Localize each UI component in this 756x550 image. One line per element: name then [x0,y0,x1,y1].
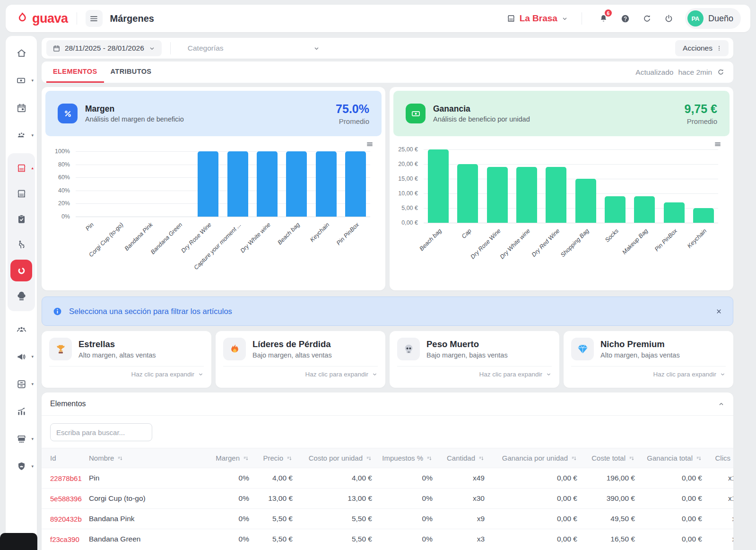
expand-toggle[interactable]: Haz clic para expandir [397,366,552,378]
column-header-ganancia-por-unidad[interactable]: Ganancia por unidad [488,448,581,468]
refresh-icon[interactable] [717,68,725,76]
table-cell: 5,50 € [296,509,376,529]
sidebar-item-shopper[interactable] [10,234,32,255]
categories-select[interactable]: Categorías [188,44,320,52]
sidebar-item-team[interactable]: ▾ [10,125,32,146]
date-range-picker[interactable]: 28/11/2025 - 28/01/2026 [46,40,162,56]
table-cell: x14 [706,489,733,509]
table-row[interactable]: 22878b61Pin0%4,00 €4,00 €0%x490,00 €196,… [42,468,733,489]
chart-menu-button[interactable] [713,140,722,148]
bar-socks[interactable] [605,196,626,223]
sidebar-item-store[interactable]: ▴ [10,157,32,178]
search-input[interactable] [50,423,152,441]
info-icon [52,306,62,316]
table-cell: 5,50 € [296,529,376,550]
item-id-link[interactable]: f23ca390 [42,529,85,550]
margin-subtitle: Análisis del margen de beneficio [85,115,184,123]
bar-capture-your-moment-[interactable] [227,151,248,217]
categories-placeholder: Categorías [188,44,224,52]
store-switcher[interactable]: La Brasa [506,13,568,24]
column-header-nombre[interactable]: Nombre [85,448,206,468]
actions-label: Acciones [683,44,713,52]
logout-button[interactable] [660,10,678,27]
expand-toggle[interactable]: Haz clic para expandir [571,366,726,378]
sidebar-item-pos[interactable]: ▾ [10,428,32,449]
user-menu[interactable]: PA Dueño [685,8,741,29]
tab-elementos[interactable]: ELEMENTOS [46,61,104,83]
column-header-impuestos-%[interactable]: Impuestos % [376,448,436,468]
bar-cap[interactable] [457,164,478,223]
bar-beach-bag[interactable] [286,151,307,217]
column-header-coste-total[interactable]: Coste total [581,448,639,468]
payments-icon [16,75,27,86]
expand-toggle[interactable]: Haz clic para expandir [49,366,204,378]
column-header-clics[interactable]: Clics [706,448,733,468]
bar-dry-rose-wine[interactable] [198,151,218,217]
collapse-section-button[interactable] [718,401,725,408]
notifications-button[interactable]: 6 [595,10,612,27]
refresh-button[interactable] [639,10,656,27]
expand-toggle[interactable]: Haz clic para expandir [223,366,378,378]
megaphone-icon [16,351,27,362]
banner-close-button[interactable] [715,308,722,315]
sidebar-item-margins-donut[interactable] [10,260,32,281]
sidebar-item-calendar[interactable] [10,97,32,118]
menu-toggle-button[interactable] [86,10,103,27]
item-id-link[interactable]: 8920432b [42,509,85,529]
tab-atributos[interactable]: ATRIBUTOS [104,61,158,83]
sidebar-item-megaphone[interactable]: ▾ [10,346,32,367]
quadrant-card-peso-muerto[interactable]: Peso Muerto Bajo margen, bajas ventas Ha… [390,331,559,388]
margin-chart-card: Margen Análisis del margen de beneficio … [42,87,385,290]
column-header-precio[interactable]: Precio [253,448,296,468]
quadrant-title: Líderes de Pérdida [252,339,332,349]
app-logo[interactable]: guava [15,11,68,26]
sidebar-item-shield[interactable]: ▾ [10,456,32,477]
bar-dry-white-wine[interactable] [516,167,537,223]
quadrant-card-estrellas[interactable]: Estrellas Alto margen, altas ventas Haz … [42,331,211,388]
bar-shopping-bag[interactable] [575,179,596,223]
main-content: 28/11/2025 - 28/01/2026 Categorías Accio… [42,38,733,550]
bar-makeup-bag[interactable] [634,196,655,223]
profit-chart: 25,00 €20,00 €15,00 €10,00 €5,00 €0,00 € [424,149,718,223]
sidebar-item-drawer[interactable]: ▾ [10,374,32,394]
table-cell: x17 [706,468,733,489]
sidebar-item-chef-hat[interactable] [10,286,32,307]
expand-label: Haz clic para expandir [305,371,368,378]
bar-dry-red-wine[interactable] [546,167,566,223]
quadrant-text: Nicho Premium Alto margen, bajas ventas [600,339,680,359]
sidebar-item-clipboard-check[interactable] [10,209,32,229]
quadrant-card-lideres-de-perdida[interactable]: Líderes de Pérdida Bajo margen, altas ve… [216,331,385,388]
bar-dry-rose-wine[interactable] [487,167,508,223]
table-row[interactable]: 8920432bBandana Pink0%5,50 €5,50 €0%x90,… [42,509,733,529]
column-header-cantidad[interactable]: Cantidad [436,448,488,468]
item-id-link[interactable]: 5e588396 [42,489,85,509]
column-header-costo-por-unidad[interactable]: Costo por unidad [296,448,376,468]
sort-icon [478,455,485,462]
table-cell: 0,00 € [639,468,706,489]
sidebar-item-payments[interactable]: ▾ [10,70,32,91]
actions-button[interactable]: Acciones [675,40,729,56]
item-id-link[interactable]: 22878b61 [42,468,85,489]
bar-pin-pinbox[interactable] [664,202,685,223]
column-header-ganancia-total[interactable]: Ganancia total [639,448,706,468]
bar-keychain[interactable] [693,208,714,223]
y-axis-tick-label: 20% [45,200,70,207]
chart-menu-button[interactable] [365,140,374,148]
quadrant-card-nicho-premium[interactable]: Nicho Premium Alto margen, bajas ventas … [564,331,733,388]
sidebar-item-analytics[interactable] [10,401,32,422]
table-row[interactable]: f23ca390Bandana Green0%5,50 €5,50 €0%x30… [42,529,733,550]
updated-time: hace 2min [678,68,712,77]
sidebar-item-home[interactable] [10,43,32,63]
sidebar-item-community[interactable] [10,319,32,340]
bar-dry-white-wine[interactable] [257,151,278,217]
bar-beach-bag[interactable] [428,149,449,223]
sidebar-item-store[interactable] [10,183,32,204]
help-button[interactable] [617,10,634,27]
margin-card-text: Margen Análisis del margen de beneficio [85,104,184,123]
bar-pin-pinbox[interactable] [345,151,366,217]
analytics-icon [16,406,27,417]
bottom-dark-strip [0,533,37,550]
bar-keychain[interactable] [316,151,337,217]
table-row[interactable]: 5e588396Corgi Cup (to-go)0%13,00 €13,00 … [42,489,733,509]
column-header-margen[interactable]: Margen [206,448,253,468]
